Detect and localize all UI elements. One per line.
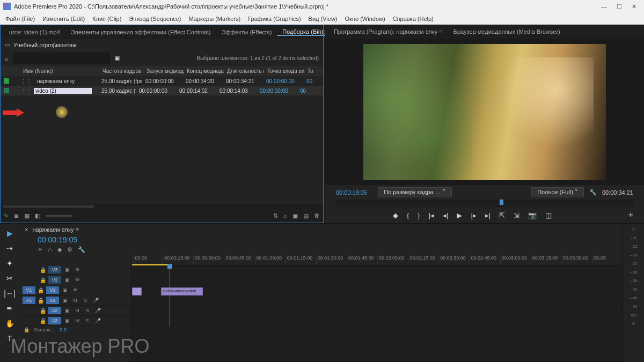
col-duration[interactable]: Длительность ме <box>224 68 264 74</box>
search-input[interactable] <box>13 53 110 64</box>
timeline-ruler[interactable]: :00:00 00:00:15:00 00:00:30:00 00:00:45:… <box>132 255 623 266</box>
menu-sequence[interactable]: Эпизод (Sequence) <box>129 16 181 22</box>
track-a1[interactable]: A1🔒A1▣MS🎤 <box>19 295 131 306</box>
video-clip[interactable]: exels-nicole-mich <box>161 287 203 295</box>
filter-icon[interactable]: ▣ <box>114 55 120 62</box>
new-bin-button[interactable]: ▣ <box>292 212 298 219</box>
razor-tool[interactable]: ✂ <box>6 274 13 283</box>
menu-graphics[interactable]: Графика (Graphics) <box>248 16 301 22</box>
tab-media-browser[interactable]: Браузер медиаданных (Media Browser) <box>448 28 566 35</box>
zoom-slider[interactable] <box>46 215 72 217</box>
slip-tool[interactable]: |↔| <box>4 289 15 298</box>
sequence-tab[interactable]: наряжаем елку ≡ <box>32 226 78 233</box>
timeline-playhead[interactable] <box>170 266 170 327</box>
col-media-start[interactable]: Запуск медиадан <box>143 68 184 74</box>
video-clip[interactable] <box>132 287 142 295</box>
menu-view[interactable]: Вид (View) <box>309 16 338 22</box>
button-editor[interactable]: + <box>628 210 644 220</box>
mic-icon[interactable]: 🎤 <box>93 318 102 323</box>
program-video-display[interactable] <box>363 44 606 180</box>
lock-icon[interactable]: 🔒 <box>37 298 45 304</box>
col-media-end[interactable]: Конец медиаданн <box>184 68 224 74</box>
track-v3[interactable]: 🔒V3▣👁 <box>19 265 131 275</box>
track-v1[interactable]: V1🔒V1▣👁 <box>19 285 131 295</box>
step-back-button[interactable]: ◂| <box>443 211 448 219</box>
ripple-tool[interactable]: ✦ <box>6 259 13 268</box>
selection-tool[interactable]: ▶ <box>7 229 13 238</box>
solo-left[interactable]: S <box>632 321 635 326</box>
lock-icon[interactable]: 🔒 <box>39 308 47 314</box>
menu-help[interactable]: Справка (Help) <box>393 16 434 22</box>
lock-icon[interactable]: 🔒 <box>37 287 45 293</box>
close-button[interactable]: ✕ <box>632 3 636 10</box>
program-playhead[interactable] <box>500 200 503 205</box>
toggle-output[interactable]: ▣ <box>63 267 71 272</box>
tab-effects[interactable]: Эффекты (Effects) <box>216 29 277 35</box>
lock-icon[interactable]: 🔒 <box>39 267 47 273</box>
pencil-icon[interactable]: ✎ <box>4 212 9 219</box>
settings-icon[interactable]: ⚙ <box>67 246 72 253</box>
close-seq-button[interactable]: × <box>25 226 28 233</box>
col-name[interactable]: Имя (Name) <box>20 68 99 74</box>
lane-a2[interactable] <box>132 307 623 317</box>
src-v1[interactable]: V1 <box>23 286 35 294</box>
lock-icon[interactable]: 🔒 <box>39 277 47 283</box>
program-timecode[interactable]: 00:00:19:05 <box>336 189 367 196</box>
sort-icon[interactable]: ⇅ <box>273 212 278 219</box>
lane-v2[interactable] <box>132 276 623 286</box>
icon-view-button[interactable]: ▦ <box>24 212 30 219</box>
play-button[interactable]: ▶ <box>457 211 462 219</box>
col-fps[interactable]: Частота кадров (F <box>99 68 143 74</box>
mic-icon[interactable]: 🎤 <box>93 308 102 313</box>
goto-out-button[interactable]: ▸| <box>485 211 491 219</box>
wrench-icon[interactable]: 🔧 <box>78 246 85 253</box>
list-view-button[interactable]: ≣ <box>14 212 19 219</box>
linked-sel-icon[interactable]: ∩ <box>48 246 52 253</box>
in-button[interactable]: { <box>407 211 409 219</box>
out-button[interactable]: } <box>418 211 420 219</box>
item-name[interactable]: наряжаем елку <box>34 78 98 84</box>
export-frame-button[interactable]: 📷 <box>528 211 537 219</box>
lock-icon[interactable]: 🔒 <box>39 318 47 324</box>
tab-effect-controls[interactable]: Элементы управления эффектами (Effect Co… <box>65 29 216 35</box>
label-color-chip[interactable] <box>4 78 9 84</box>
bin-row[interactable]: ⋮⋮ наряжаем елку 25,00 кадр/с (fps) 00:0… <box>1 76 323 86</box>
eye-icon[interactable]: 👁 <box>73 277 82 283</box>
menu-file[interactable]: Файл (File) <box>5 16 35 22</box>
col-out[interactable]: То <box>304 68 315 74</box>
trash-button[interactable]: 🗑 <box>314 212 320 219</box>
eye-icon[interactable]: 👁 <box>71 287 79 293</box>
pen-tool[interactable]: ✒ <box>6 304 13 313</box>
step-forward-button[interactable]: |▸ <box>471 211 476 219</box>
new-item-button[interactable]: ▤ <box>303 212 309 219</box>
program-ruler[interactable] <box>336 200 633 207</box>
extract-button[interactable]: ⇲ <box>514 211 519 219</box>
track-select-tool[interactable]: ⇢ <box>6 244 13 253</box>
fit-dropdown[interactable]: По размеру кадра … ˅ <box>378 187 451 197</box>
mic-icon[interactable]: 🎤 <box>91 298 100 303</box>
goto-in-button[interactable]: |◂ <box>429 211 434 219</box>
label-color-chip[interactable] <box>4 88 9 93</box>
track-a3[interactable]: 🔒A3▣MS🎤 <box>19 316 131 326</box>
track-a2[interactable]: 🔒A2▣MS🎤 <box>19 306 131 316</box>
find-icon[interactable]: ⌕ <box>283 212 287 219</box>
src-a1[interactable]: A1 <box>23 297 35 304</box>
minimize-button[interactable]: — <box>601 3 607 10</box>
marker-icon[interactable]: ◆ <box>57 246 62 253</box>
menu-clip[interactable]: Клип (Clip) <box>92 16 121 22</box>
item-name-edit[interactable]: video (2) <box>34 88 92 94</box>
lane-v1[interactable]: exels-nicole-mich <box>132 286 623 297</box>
menu-markers[interactable]: Маркеры (Markers) <box>189 16 241 22</box>
lane-a1[interactable] <box>132 297 623 307</box>
eye-icon[interactable]: 👁 <box>73 267 82 272</box>
lane-v3[interactable] <box>132 266 623 276</box>
timeline-tracks[interactable]: :00:00 00:00:15:00 00:00:30:00 00:00:45:… <box>132 255 623 362</box>
lane-a3[interactable] <box>132 317 623 327</box>
comparison-button[interactable]: ◫ <box>545 211 552 219</box>
timeline-timecode[interactable]: 00:00:19:05 <box>25 235 77 244</box>
settings-icon[interactable]: 🔧 <box>589 189 597 196</box>
tab-source[interactable]: urce: video (1).mp4 <box>4 29 65 35</box>
marker-button[interactable]: ◆ <box>393 211 398 219</box>
menu-edit[interactable]: Изменить (Edit) <box>42 16 85 22</box>
breadcrumb[interactable]: Учебный.prproj\монтаж <box>13 42 77 48</box>
